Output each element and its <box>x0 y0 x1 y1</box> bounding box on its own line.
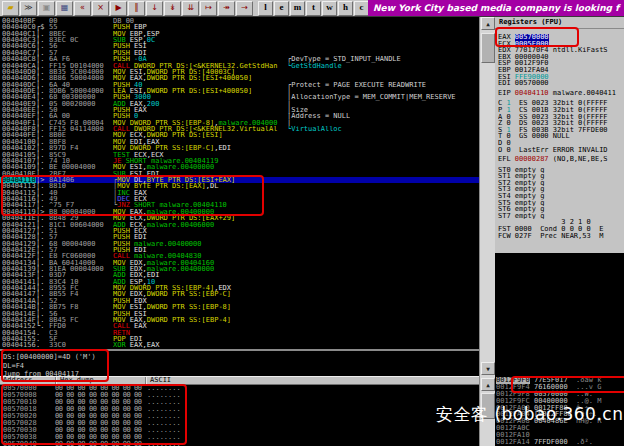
dump-address: 00570040 <box>0 441 55 446</box>
scroll-up-icon[interactable]: ▲ <box>481 17 495 30</box>
register-row-eip[interactable]: EIP 00404110 malware.0040411 <box>498 90 624 97</box>
hex-dump-pane[interactable]: 0057000000 00 00 00 00 00 00 00........0… <box>0 385 479 446</box>
register-row[interactable]: EAX 00570000 <box>498 34 624 41</box>
flag-row[interactable]: T 0 GS 0000 NULL <box>498 133 624 140</box>
step-over-icon[interactable]: ↡ <box>164 1 181 16</box>
cmd-e-button[interactable]: e <box>274 1 289 16</box>
flag-row[interactable]: D 0 <box>498 140 624 147</box>
register-value: 0005E000 <box>515 41 549 48</box>
cmd-m-button[interactable]: m <box>290 1 305 16</box>
cmd-l-button[interactable]: l <box>258 1 273 16</box>
stack-ascii: .ð². <box>576 438 593 446</box>
fpu-bits-header: 3 2 1 0 <box>498 219 624 226</box>
fpu-register-row[interactable]: ST6 empty g <box>498 206 624 213</box>
disasm-comment: │AllocationType = MEM_COMMIT|MEM_RESERVE <box>287 94 456 101</box>
dump-row[interactable]: 0057004000 00 00 00 00 00 00 00........ <box>0 441 479 446</box>
open-file-icon[interactable]: ▰ <box>2 1 19 16</box>
flag-row[interactable]: O 0 LastErr ERROR_INVALID <box>498 147 624 154</box>
register-row[interactable]: EBX 00000040 <box>498 54 624 61</box>
registers-pane: Registers (FPU) EAX 00570000ECX 0005E000… <box>495 17 624 253</box>
stack-row[interactable]: 0012FA14 7FFDF000 .ð². <box>496 439 624 446</box>
fpu-register-row[interactable]: ST1 empty g <box>498 173 624 180</box>
register-value: 00570000 <box>515 34 549 41</box>
flag-row[interactable]: S 1 FS 003B 32bit 7FFDE00 <box>498 127 624 134</box>
flag-value: 0 <box>506 140 510 147</box>
run-icon[interactable]: ▶ <box>110 1 127 16</box>
info-line: DL=F4 <box>3 362 479 371</box>
flag-row[interactable]: C 1 ES 0023 32bit 0(FFFFF <box>498 100 624 107</box>
disasm-comment: ┌Protect = PAGE_EXECUTE_READWRITE <box>287 82 426 89</box>
step-into-icon[interactable]: ↓ <box>146 1 163 16</box>
disasm-prefix: . <box>36 342 49 349</box>
flag-value: 1 <box>506 100 510 107</box>
scroll-down-icon[interactable]: ▼ <box>481 362 495 375</box>
register-value: 00404110 <box>515 90 549 97</box>
animate-over-icon[interactable]: ↦ <box>200 1 217 16</box>
execute-till-return-icon[interactable]: ↠ <box>218 1 235 16</box>
ad-banner: New York City based media company is loo… <box>368 0 624 16</box>
fcw-row: FCW 027F Prec NEAR,53 M <box>498 233 624 240</box>
cmd-c-button[interactable]: c <box>354 1 369 16</box>
register-value: 0012F9F0 <box>515 60 549 67</box>
vertical-scrollbar[interactable]: ▲ ▼ ▲ <box>479 17 495 446</box>
register-row[interactable]: EDI 00570000 <box>498 80 624 87</box>
cmd-w-button[interactable]: w <box>322 1 337 16</box>
fpu-register-row[interactable]: ST0 empty g <box>498 167 624 174</box>
step-back-icon[interactable]: « <box>74 1 91 16</box>
scrollbar-thumb[interactable] <box>481 33 495 63</box>
disasm-comment: └VirtualAlloc <box>287 126 342 133</box>
stack-address: 0012FA14 <box>496 438 530 446</box>
disasm-instruction: XOR EAX,EAX <box>113 342 287 349</box>
go-to-icon[interactable]: → <box>236 1 253 16</box>
flag-value: 0 <box>506 120 510 127</box>
flag-row[interactable]: Z 0 DS 0023 32bit 0(FFFFF <box>498 120 624 127</box>
info-pane: DS:[00400000]=4D ('M')DL=F4Jump from 004… <box>0 349 479 376</box>
register-row[interactable]: ESI FFE90000 <box>498 74 624 81</box>
flag-value: 0 <box>506 133 510 140</box>
dump-header-separator <box>145 377 147 385</box>
eflags-value: 00000287 <box>515 156 549 163</box>
disasm-row[interactable]: 00404156.33C0XOR EAX,EAX <box>0 342 479 348</box>
scroll-up-icon[interactable]: ▲ <box>481 378 495 391</box>
eflags-row[interactable]: EFL 00000287 (NO,B,NE,BE,S <box>498 156 624 163</box>
fpu-register-row[interactable]: ST3 empty g <box>498 186 624 193</box>
dump-col-ascii: ASCII <box>150 377 171 384</box>
attach-icon[interactable]: ▣ <box>38 1 55 16</box>
register-value: 770170F4 <box>515 47 549 54</box>
flag-row[interactable]: P 1 CS 001B 32bit 0(FFFFF <box>498 107 624 114</box>
dump-col-hex: Hex dump <box>60 377 94 384</box>
flag-value: 1 <box>506 107 510 114</box>
cmd-h-button[interactable]: h <box>338 1 353 16</box>
restart-icon[interactable]: ≫ <box>20 1 37 16</box>
ollydbg-window: { "toolbar": { "icons": [ {"name":"open-… <box>0 0 624 446</box>
register-value: 0012FA04 <box>515 67 549 74</box>
windows-icon[interactable]: ▦ <box>56 1 73 16</box>
register-row[interactable]: ECX 0005E000 <box>498 41 624 48</box>
register-row[interactable]: ESP 0012F9F0 <box>498 60 624 67</box>
dump-header-separator <box>55 377 57 385</box>
dump-bytes: 00 00 00 00 00 00 00 00 <box>55 441 147 446</box>
pause-icon[interactable]: ‖ <box>128 1 145 16</box>
register-row[interactable]: EBP 0012FA04 <box>498 67 624 74</box>
fpu-register-row[interactable]: ST2 empty g <box>498 180 624 187</box>
disasm-comment: │Address = NULL <box>287 113 350 120</box>
animate-into-icon[interactable]: ⇊ <box>182 1 199 16</box>
disasm-comment: └GetStdHandle <box>287 63 342 70</box>
fpu-register-row[interactable]: ST7 empty g <box>498 213 624 220</box>
dump-header: Address Hex dump ASCII <box>0 376 479 385</box>
flag-value: 1 <box>506 127 510 134</box>
close-icon[interactable]: × <box>92 1 109 16</box>
disassembly-pane[interactable]: 004040BF00DB 00004040C0┌$55PUSH EBP00404… <box>0 17 479 349</box>
cmd-t-button[interactable]: t <box>306 1 321 16</box>
fpu-register-row[interactable]: ST5 empty g <box>498 200 624 207</box>
watermark: 安全客 (bobao.360.cn) <box>436 403 624 426</box>
fpu-register-row[interactable]: ST4 empty g <box>498 193 624 200</box>
dump-col-address: Address <box>3 377 33 384</box>
flag-value: 0 <box>506 147 510 154</box>
disasm-bytes: 33C0 <box>49 342 113 349</box>
fst-row: FST 0000 Cond 0 0 0 0 E <box>498 226 624 233</box>
flag-row[interactable]: A 0 SS 0023 32bit 0(FFFFF <box>498 114 624 121</box>
flag-value: 0 <box>506 114 510 121</box>
disasm-address: 00404156 <box>0 342 36 349</box>
register-row[interactable]: EDX 770170F4 ntdll.KiFastS <box>498 47 624 54</box>
